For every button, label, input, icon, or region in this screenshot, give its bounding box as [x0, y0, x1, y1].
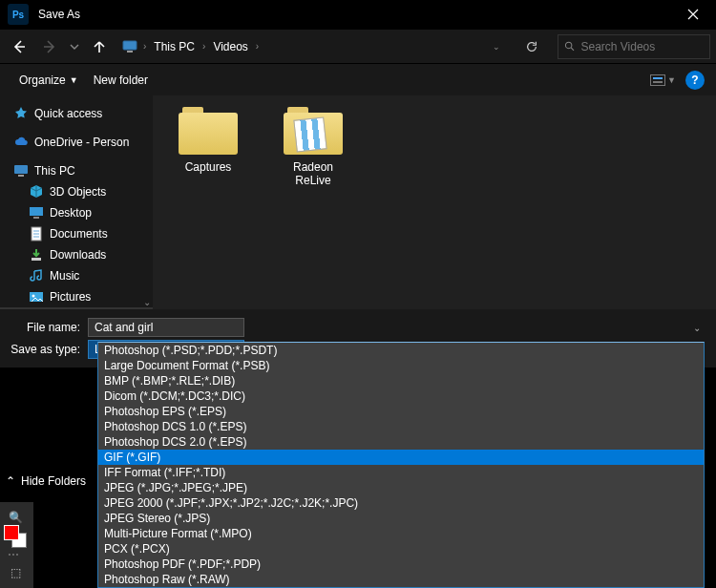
svg-rect-8 [32, 258, 41, 261]
doc-icon [29, 226, 44, 242]
new-folder-label: New folder [94, 74, 148, 87]
svg-rect-5 [30, 207, 43, 216]
svg-point-10 [32, 295, 35, 298]
navbar: › This PC › Videos › ⌄ [0, 29, 716, 63]
filetype-option[interactable]: Large Document Format (*.PSB) [98, 358, 704, 373]
photoshop-tool-strip: 🔍 ⋯ ⬚ [0, 502, 34, 588]
search-box[interactable] [558, 34, 710, 59]
sidebar-item-label: 3D Objects [50, 185, 106, 199]
filetype-option[interactable]: Photoshop DCS 2.0 (*.EPS) [98, 434, 704, 450]
organize-label: Organize [19, 74, 66, 87]
hide-folders-button[interactable]: ⌃ Hide Folders [6, 474, 86, 488]
monitor-icon [13, 163, 29, 178]
filetype-option[interactable]: JPEG 2000 (*.JPF;*.JPX;*.JP2;*.J2C;*.J2K… [98, 495, 704, 511]
folder-icon [284, 107, 343, 155]
svg-rect-3 [14, 165, 28, 174]
organize-button[interactable]: Organize ▼ [11, 70, 86, 91]
sidebar-item-documents[interactable]: Documents [0, 223, 153, 244]
sidebar: Quick accessOneDrive - PersonThis PC3D O… [0, 95, 153, 309]
window-title: Save As [38, 8, 671, 21]
folder-label: Radeon ReLive [275, 160, 351, 187]
sidebar-item-desktop[interactable]: Desktop [0, 202, 153, 223]
forward-button[interactable] [36, 33, 63, 60]
sidebar-item-videos[interactable]: Videos [0, 307, 153, 309]
sidebar-item-label: Desktop [50, 206, 92, 220]
sidebar-item-music[interactable]: Music [0, 265, 153, 286]
folder-radeon-relive[interactable]: Radeon ReLive [275, 107, 351, 187]
quick-mask-icon[interactable]: ⬚ [6, 563, 25, 582]
sidebar-item-label: OneDrive - Person [34, 136, 129, 149]
titlebar: Ps Save As [0, 0, 716, 29]
filetype-option[interactable]: Photoshop (*.PSD;*.PDD;*.PSDT) [98, 343, 704, 358]
sidebar-item-label: Music [50, 269, 79, 283]
breadcrumb[interactable]: › This PC › Videos › [116, 35, 264, 58]
sidebar-item-quick-access[interactable]: Quick access [0, 103, 153, 124]
sidebar-item-pictures[interactable]: Pictures [0, 286, 153, 307]
filename-label: File name: [10, 321, 88, 334]
monitor-icon [120, 37, 139, 56]
chevron-right-icon[interactable]: › [200, 41, 207, 52]
filetype-option[interactable]: GIF (*.GIF) [98, 450, 704, 465]
sidebar-item-this-pc[interactable]: This PC [0, 160, 153, 181]
foreground-color-swatch[interactable] [4, 525, 19, 540]
chevron-down-icon: ▼ [667, 75, 676, 85]
sidebar-item-3d-objects[interactable]: 3D Objects [0, 181, 153, 202]
sidebar-scroll-down[interactable]: ⌄ [143, 297, 151, 307]
main-area: Quick accessOneDrive - PersonThis PC3D O… [0, 95, 716, 309]
sidebar-item-label: Documents [50, 227, 108, 241]
sidebar-item-label: Downloads [50, 248, 106, 262]
cloud-icon [13, 135, 29, 150]
filetype-option[interactable]: Dicom (*.DCM;*.DC3;*.DIC) [98, 388, 704, 404]
filetype-option[interactable]: Photoshop Raw (*.RAW) [98, 572, 704, 587]
breadcrumb-this-pc[interactable]: This PC [150, 40, 199, 53]
filetype-option[interactable]: Photoshop EPS (*.EPS) [98, 404, 704, 419]
sidebar-item-onedrive-person[interactable]: OneDrive - Person [0, 132, 153, 153]
filetype-option[interactable]: IFF Format (*.IFF;*.TDI) [98, 465, 704, 480]
view-icon [650, 74, 665, 86]
pictures-icon [29, 289, 44, 304]
chevron-down-icon[interactable]: ⌄ [693, 323, 701, 333]
tool-overflow-icon[interactable]: ⋯ [8, 548, 21, 561]
help-button[interactable]: ? [685, 71, 705, 90]
save-type-label: Save as type: [10, 343, 88, 356]
filetype-option[interactable]: PCX (*.PCX) [98, 541, 704, 556]
recent-dropdown-button[interactable] [67, 33, 82, 60]
refresh-button[interactable] [519, 34, 544, 59]
up-button[interactable] [86, 33, 113, 60]
svg-rect-4 [18, 175, 24, 177]
filetype-option[interactable]: JPEG (*.JPG;*.JPEG;*.JPE) [98, 480, 704, 495]
chevron-right-icon[interactable]: › [141, 41, 148, 52]
filetype-option[interactable]: Photoshop DCS 1.0 (*.EPS) [98, 419, 704, 434]
sidebar-item-downloads[interactable]: Downloads [0, 244, 153, 265]
file-list[interactable]: CapturesRadeon ReLive [153, 95, 716, 309]
address-history-button[interactable]: ⌄ [487, 42, 506, 52]
back-button[interactable] [6, 33, 32, 60]
filetype-option[interactable]: Multi-Picture Format (*.MPO) [98, 526, 704, 541]
filetype-option[interactable]: JPEG Stereo (*.JPS) [98, 511, 704, 526]
chevron-right-icon[interactable]: › [254, 41, 261, 52]
search-input[interactable] [580, 40, 704, 53]
folder-icon [179, 107, 238, 155]
breadcrumb-videos[interactable]: Videos [209, 40, 251, 53]
new-folder-button[interactable]: New folder [86, 70, 156, 91]
chevron-up-icon: ⌃ [6, 474, 15, 488]
zoom-tool-icon[interactable]: 🔍 [6, 508, 25, 527]
hide-folders-label: Hide Folders [21, 474, 86, 488]
filetype-option[interactable]: Photoshop PDF (*.PDF;*.PDP) [98, 556, 704, 572]
close-button[interactable] [671, 0, 714, 29]
view-options-button[interactable]: ▼ [650, 74, 676, 86]
chevron-down-icon: ▼ [70, 75, 78, 85]
save-type-dropdown[interactable]: Photoshop (*.PSD;*.PDD;*.PSDT)Large Docu… [97, 342, 705, 588]
search-icon [564, 40, 575, 52]
desktop-icon [29, 205, 44, 220]
filename-input[interactable] [88, 318, 244, 337]
svg-rect-6 [33, 217, 39, 219]
photoshop-icon: Ps [8, 4, 29, 25]
star-icon [13, 106, 29, 121]
folder-captures[interactable]: Captures [170, 107, 246, 174]
svg-rect-0 [123, 41, 137, 50]
cube-icon [29, 184, 44, 200]
music-icon [29, 268, 44, 284]
sidebar-item-label: Pictures [50, 290, 91, 304]
filetype-option[interactable]: BMP (*.BMP;*.RLE;*.DIB) [98, 373, 704, 388]
